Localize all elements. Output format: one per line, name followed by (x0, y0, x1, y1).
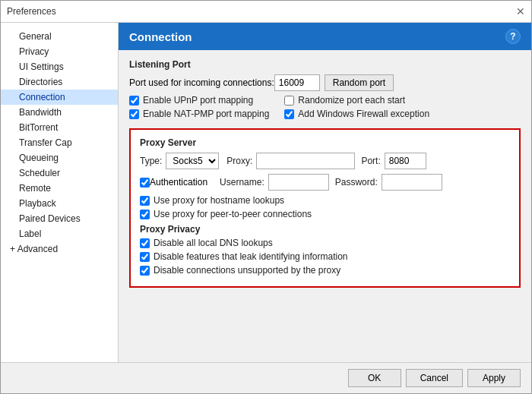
proxy-type-row: Type: Socks5 None Socks4 HTTP Proxy: Por… (140, 153, 510, 169)
firewall-row: Add Windows Firewall exception (284, 109, 429, 119)
features-checkbox[interactable] (140, 252, 150, 262)
proxy-host-input[interactable] (256, 153, 355, 169)
upnp-row: Enable UPnP port mapping (129, 95, 269, 106)
apply-button[interactable]: Apply (467, 369, 521, 387)
upnp-label: Enable UPnP port mapping (143, 95, 253, 106)
proxy-port-input[interactable] (385, 153, 426, 169)
username-label: Username: (220, 177, 264, 188)
features-label: Disable features that leak identifying i… (154, 251, 347, 262)
p2p-checkbox[interactable] (140, 210, 150, 219)
auth-checkbox[interactable] (140, 178, 150, 188)
sidebar-item-label[interactable]: Label (1, 226, 118, 241)
panel-header: Connection ? (119, 23, 531, 50)
sidebar-item-remote[interactable]: Remote (1, 181, 118, 196)
col-right: Randomize port each start Add Windows Fi… (284, 95, 429, 122)
cancel-button[interactable]: Cancel (406, 369, 463, 387)
hostname-label: Use proxy for hostname lookups (154, 195, 284, 206)
col-left: Enable UPnP port mapping Enable NAT-PMP … (129, 95, 269, 122)
sidebar: GeneralPrivacyUI SettingsDirectoriesConn… (1, 23, 119, 362)
proxy-server-title: Proxy Server (140, 137, 510, 148)
sidebar-item-directories[interactable]: Directories (1, 74, 118, 90)
sidebar-item---advanced[interactable]: + Advanced (1, 241, 118, 257)
window-title: Preferences (7, 6, 56, 17)
sidebar-item-transfer-cap[interactable]: Transfer Cap (1, 135, 118, 150)
sidebar-item-bittorrent[interactable]: BitTorrent (1, 120, 118, 135)
proxy-label: Proxy: (226, 156, 252, 166)
sidebar-item-playback[interactable]: Playback (1, 196, 118, 211)
random-port-button[interactable]: Random port (325, 74, 394, 91)
sidebar-item-general[interactable]: General (1, 29, 118, 44)
listening-port-title: Listening Port (129, 59, 521, 70)
sidebar-item-privacy[interactable]: Privacy (1, 44, 118, 59)
port-label-proxy: Port: (361, 156, 380, 166)
port-label: Port used for incoming connections: (129, 77, 274, 88)
nat-row: Enable NAT-PMP port mapping (129, 109, 269, 119)
firewall-label: Add Windows Firewall exception (298, 109, 429, 119)
p2p-row: Use proxy for peer-to-peer connections (140, 209, 510, 219)
ok-button[interactable]: OK (348, 369, 401, 387)
hostname-row: Use proxy for hostname lookups (140, 195, 510, 206)
firewall-checkbox[interactable] (284, 109, 294, 119)
dns-row: Disable all local DNS lookups (140, 238, 510, 248)
sidebar-item-connection[interactable]: Connection (1, 90, 118, 105)
sidebar-item-ui-settings[interactable]: UI Settings (1, 59, 118, 74)
preferences-window: Preferences ✕ GeneralPrivacyUI SettingsD… (0, 0, 532, 394)
sidebar-item-bandwidth[interactable]: Bandwidth (1, 105, 118, 120)
close-icon[interactable]: ✕ (516, 5, 525, 17)
unsupported-row: Disable connections unsupported by the p… (140, 265, 510, 276)
port-row: Port used for incoming connections: Rand… (129, 74, 521, 91)
help-button[interactable]: ? (505, 29, 521, 44)
proxy-server-section: Proxy Server Type: Socks5 None Socks4 HT… (129, 128, 521, 288)
panel-title: Connection (129, 30, 192, 43)
unsupported-checkbox[interactable] (140, 266, 150, 276)
sidebar-item-paired-devices[interactable]: Paired Devices (1, 211, 118, 226)
port-input[interactable] (274, 74, 320, 91)
proxy-privacy-title: Proxy Privacy (140, 224, 510, 235)
bottom-bar: OK Cancel Apply (1, 362, 531, 393)
proxy-type-select[interactable]: Socks5 None Socks4 HTTP (166, 153, 219, 169)
username-input[interactable] (268, 174, 329, 191)
sidebar-item-queueing[interactable]: Queueing (1, 150, 118, 165)
nat-checkbox[interactable] (129, 109, 139, 119)
randomize-row: Randomize port each start (284, 95, 429, 106)
dns-label: Disable all local DNS lookups (154, 238, 273, 248)
p2p-label: Use proxy for peer-to-peer connections (154, 209, 312, 219)
auth-row: Authentication Username: Password: (140, 174, 510, 191)
main-content: GeneralPrivacyUI SettingsDirectoriesConn… (1, 23, 531, 362)
unsupported-label: Disable connections unsupported by the p… (154, 265, 340, 276)
randomize-checkbox[interactable] (284, 96, 294, 106)
upnp-checkbox[interactable] (129, 96, 139, 106)
type-label: Type: (140, 156, 162, 166)
password-input[interactable] (382, 174, 442, 191)
password-label: Password: (335, 177, 378, 188)
main-panel: Connection ? Listening Port Port used fo… (119, 23, 531, 362)
features-row: Disable features that leak identifying i… (140, 251, 510, 262)
panel-body: Listening Port Port used for incoming co… (119, 50, 531, 362)
checkbox-group-1: Enable UPnP port mapping Enable NAT-PMP … (129, 95, 521, 122)
title-bar: Preferences ✕ (1, 1, 531, 23)
dns-checkbox[interactable] (140, 238, 150, 248)
hostname-checkbox[interactable] (140, 196, 150, 206)
auth-label: Authentication (150, 177, 207, 188)
nat-label: Enable NAT-PMP port mapping (143, 109, 269, 119)
sidebar-item-scheduler[interactable]: Scheduler (1, 165, 118, 181)
randomize-label: Randomize port each start (298, 95, 405, 106)
